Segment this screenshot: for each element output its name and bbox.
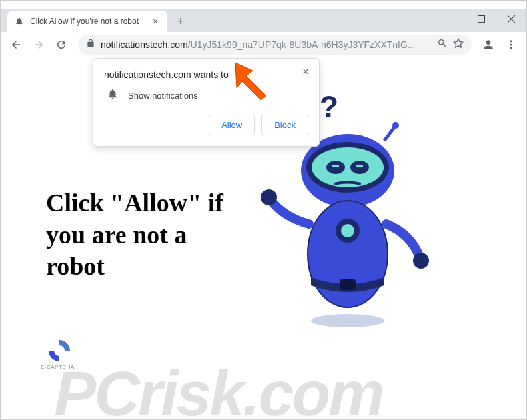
svg-rect-13 [356,165,363,167]
watermark: PCrisk.com [54,357,383,420]
forward-button[interactable] [29,35,49,55]
reload-button[interactable] [51,35,71,55]
browser-tab[interactable]: Click Allow if you're not a robot × [7,11,167,32]
lock-icon [86,39,95,50]
svg-rect-0 [448,19,455,19]
svg-point-23 [261,189,277,205]
permission-prompt: × notificationstech.com wants to Show no… [93,58,320,147]
svg-point-4 [510,47,512,49]
window-close-button[interactable] [496,9,526,29]
svg-point-2 [510,40,512,42]
tab-strip: Click Allow if you're not a robot × + [1,9,526,32]
close-icon[interactable]: × [299,65,312,79]
prompt-origin: notificationstech.com wants to [104,69,308,80]
maximize-button[interactable] [466,9,496,29]
svg-point-11 [350,161,369,174]
permission-text: Show notifications [128,91,198,101]
menu-button[interactable] [501,35,521,55]
address-bar[interactable]: notificationstech.com/U1yJ51k99_na7UP7qk… [78,35,472,55]
page-headline: Click "Allow" if you are not a robot [46,187,246,283]
captcha-label: E-CAPTCHA [41,364,75,370]
allow-button[interactable]: Allow [209,115,255,135]
block-button[interactable]: Block [261,115,308,135]
minimize-button[interactable] [436,9,466,29]
search-icon[interactable] [437,38,448,51]
profile-button[interactable] [478,35,498,55]
svg-rect-12 [332,165,339,167]
back-button[interactable] [6,35,26,55]
close-icon[interactable]: × [150,16,161,27]
url-text: notificationstech.com/U1yJ51k99_na7UP7qk… [101,39,432,50]
star-icon[interactable] [453,38,464,51]
svg-point-24 [413,253,429,269]
svg-rect-22 [340,279,356,290]
svg-point-10 [326,161,345,174]
svg-point-21 [341,224,354,237]
new-tab-button[interactable]: + [171,12,190,31]
captcha-icon [46,337,73,364]
svg-point-25 [311,314,384,327]
tab-title: Click Allow if you're not a robot [30,17,145,26]
svg-line-16 [384,127,394,141]
bell-icon [14,16,25,27]
toolbar: notificationstech.com/U1yJ51k99_na7UP7qk… [1,32,526,57]
svg-rect-1 [478,15,485,22]
bell-icon [107,88,119,103]
page-content: × notificationstech.com wants to Show no… [1,57,526,419]
svg-point-3 [510,43,512,45]
svg-point-17 [392,122,399,129]
